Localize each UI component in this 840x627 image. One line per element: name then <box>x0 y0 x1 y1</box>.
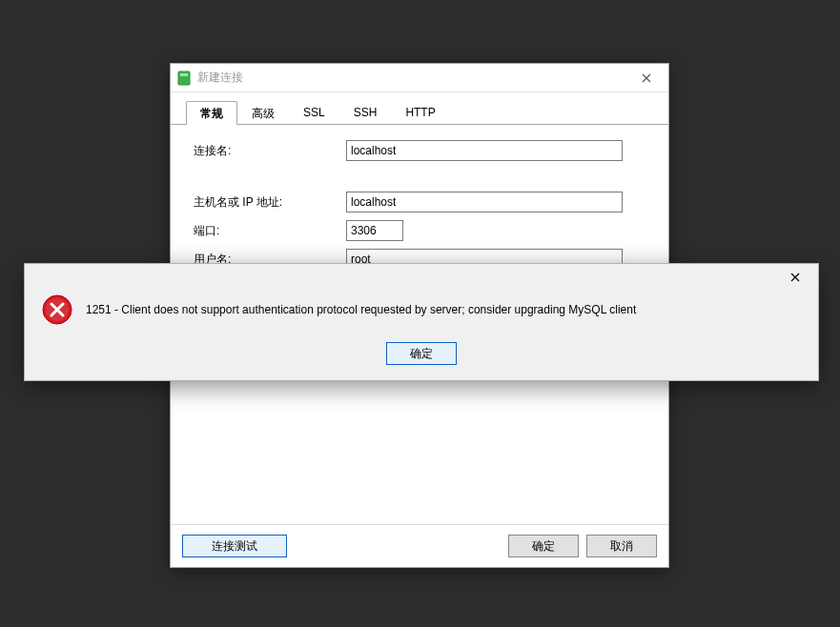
row-host: 主机名或 IP 地址: <box>194 192 645 212</box>
tab-ssh[interactable]: SSH <box>339 101 392 125</box>
tab-general[interactable]: 常规 <box>186 101 237 125</box>
host-input[interactable] <box>346 192 623 212</box>
tab-ssl[interactable]: SSL <box>289 101 339 125</box>
error-body: 1251 - Client does not support authentic… <box>25 291 818 342</box>
error-ok-button[interactable]: 确定 <box>386 342 457 365</box>
port-label: 端口: <box>194 223 346 239</box>
row-port: 端口: <box>194 220 645 241</box>
error-titlebar <box>25 264 818 291</box>
connection-name-label: 连接名: <box>194 143 346 159</box>
error-button-row: 确定 <box>25 342 818 380</box>
error-dialog: 1251 - Client does not support authentic… <box>24 263 819 381</box>
dialog-title: 新建连接 <box>197 70 630 86</box>
tab-row: 常规 高级 SSL SSH HTTP <box>171 92 668 125</box>
error-close-button[interactable] <box>776 267 814 288</box>
error-icon <box>42 294 72 325</box>
dialog-titlebar: 新建连接 <box>171 64 668 92</box>
cancel-button[interactable]: 取消 <box>586 535 657 557</box>
dialog-close-button[interactable] <box>630 68 663 89</box>
tab-http[interactable]: HTTP <box>391 101 449 125</box>
error-message: 1251 - Client does not support authentic… <box>86 303 636 316</box>
row-connection-name: 连接名: <box>194 140 645 161</box>
connection-name-input[interactable] <box>346 140 623 161</box>
ok-button[interactable]: 确定 <box>508 535 579 557</box>
form-gap <box>194 169 645 192</box>
dialog-button-bar: 连接测试 确定 取消 <box>171 524 668 567</box>
svg-rect-1 <box>180 73 188 76</box>
tab-advanced[interactable]: 高级 <box>237 101 289 125</box>
host-label: 主机名或 IP 地址: <box>194 194 346 211</box>
port-input[interactable] <box>346 220 403 241</box>
app-icon <box>176 71 192 86</box>
test-connection-button[interactable]: 连接测试 <box>182 535 287 557</box>
